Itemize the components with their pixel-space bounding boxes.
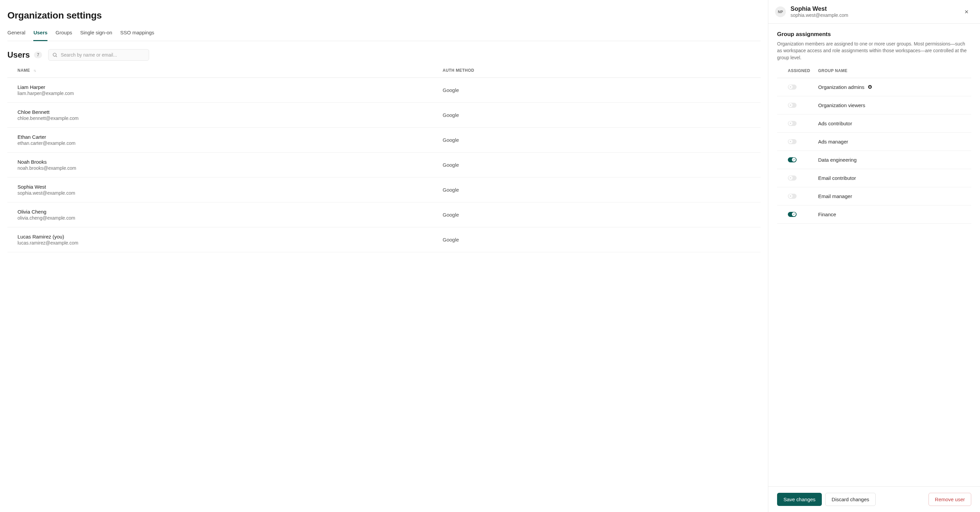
group-name: Ads manager — [818, 139, 971, 145]
assigned-toggle[interactable] — [788, 103, 797, 108]
user-name: Liam Harper — [18, 84, 74, 90]
user-name: Lucas Ramirez (you) — [18, 234, 78, 239]
search-wrap — [48, 49, 149, 61]
svg-point-0 — [53, 53, 56, 56]
col-name-label[interactable]: NAME — [18, 68, 30, 73]
assigned-toggle[interactable] — [788, 139, 797, 144]
group-section-desc: Organization members are assigned to one… — [777, 40, 971, 61]
group-row: Email manager — [777, 187, 971, 206]
user-email: sophia.west@example.com — [18, 190, 75, 196]
user-name: Ethan Carter — [18, 134, 75, 140]
auth-method: Google — [442, 212, 751, 218]
user-name: Olivia Cheng — [18, 209, 75, 215]
tab-groups[interactable]: Groups — [56, 30, 72, 41]
sort-icon[interactable]: ↑↓ — [33, 69, 36, 72]
group-row: Organization admins — [777, 78, 971, 96]
star-icon — [868, 85, 872, 89]
avatar: NP — [775, 6, 786, 17]
group-row: Data engineering — [777, 151, 971, 169]
users-count-badge: 7 — [34, 51, 42, 58]
user-name: Sophia West — [18, 184, 75, 190]
panel-body: Group assignments Organization members a… — [768, 24, 980, 486]
assigned-toggle[interactable] — [788, 194, 797, 199]
assigned-toggle[interactable] — [788, 85, 797, 89]
user-row[interactable]: Olivia Chengolivia.cheng@example.comGoog… — [7, 203, 760, 227]
users-header: Users 7 — [7, 49, 760, 61]
auth-method: Google — [442, 237, 751, 242]
group-section-title: Group assignments — [777, 31, 971, 38]
tab-users[interactable]: Users — [33, 30, 48, 41]
group-name: Organization admins — [818, 84, 971, 90]
user-name: Chloe Bennett — [18, 109, 79, 115]
assigned-toggle[interactable] — [788, 175, 797, 180]
group-row: Ads manager — [777, 133, 971, 151]
assigned-toggle[interactable] — [788, 212, 797, 217]
page-title: Organization settings — [7, 10, 760, 21]
user-email: chloe.bennett@example.com — [18, 116, 79, 121]
users-table-head: NAME ↑↓ AUTH METHOD — [7, 68, 760, 78]
user-row[interactable]: Ethan Carterethan.carter@example.comGoog… — [7, 128, 760, 153]
user-row[interactable]: Chloe Bennettchloe.bennett@example.comGo… — [7, 103, 760, 128]
group-name: Email manager — [818, 193, 971, 199]
group-row: Organization viewers — [777, 96, 971, 115]
group-name: Finance — [818, 212, 971, 217]
users-table-body: Liam Harperliam.harper@example.comGoogle… — [7, 78, 760, 252]
close-button[interactable] — [962, 7, 971, 16]
groups-table-body: Organization adminsOrganization viewersA… — [777, 78, 971, 224]
main-content: Organization settings GeneralUsersGroups… — [0, 0, 768, 512]
group-table-head: ASSIGNED GROUP NAME — [777, 69, 971, 78]
gcol-assigned-label: ASSIGNED — [788, 69, 818, 73]
auth-method: Google — [442, 137, 751, 143]
assigned-toggle[interactable] — [788, 121, 797, 126]
group-row: Finance — [777, 206, 971, 224]
group-name: Email contributor — [818, 175, 971, 181]
group-row: Ads contributor — [777, 115, 971, 133]
group-name: Data engineering — [818, 157, 971, 163]
panel-header: NP Sophia West sophia.west@example.com — [768, 0, 980, 24]
group-name: Ads contributor — [818, 121, 971, 126]
user-row[interactable]: Sophia Westsophia.west@example.comGoogle — [7, 177, 760, 203]
close-icon — [964, 9, 969, 14]
auth-method: Google — [442, 162, 751, 168]
remove-button[interactable]: Remove user — [929, 493, 971, 506]
tab-general[interactable]: General — [7, 30, 25, 41]
panel-user-email: sophia.west@example.com — [791, 13, 848, 18]
user-row[interactable]: Noah Brooksnoah.brooks@example.comGoogle — [7, 153, 760, 177]
search-input[interactable] — [48, 49, 149, 61]
gcol-name-label: GROUP NAME — [818, 69, 971, 73]
discard-button[interactable]: Discard changes — [825, 493, 876, 506]
user-email: ethan.carter@example.com — [18, 140, 75, 146]
user-email: liam.harper@example.com — [18, 91, 74, 96]
auth-method: Google — [442, 112, 751, 118]
tab-sso-mappings[interactable]: SSO mappings — [120, 30, 154, 41]
user-row[interactable]: Liam Harperliam.harper@example.comGoogle — [7, 78, 760, 103]
svg-line-1 — [56, 56, 57, 57]
tab-single-sign-on[interactable]: Single sign-on — [80, 30, 112, 41]
settings-tabs: GeneralUsersGroupsSingle sign-onSSO mapp… — [7, 30, 760, 41]
auth-method: Google — [442, 87, 751, 93]
group-row: Email contributor — [777, 169, 971, 187]
col-auth-label[interactable]: AUTH METHOD — [442, 68, 751, 73]
auth-method: Google — [442, 187, 751, 193]
user-email: olivia.cheng@example.com — [18, 215, 75, 221]
user-name: Noah Brooks — [18, 159, 76, 165]
users-title: Users — [7, 50, 30, 60]
panel-user-name: Sophia West — [791, 5, 848, 13]
search-icon — [52, 52, 57, 57]
user-detail-panel: NP Sophia West sophia.west@example.com G… — [768, 0, 980, 512]
panel-footer: Save changes Discard changes Remove user — [768, 486, 980, 512]
save-button[interactable]: Save changes — [777, 493, 822, 506]
user-email: noah.brooks@example.com — [18, 165, 76, 171]
user-row[interactable]: Lucas Ramirez (you)lucas.ramirez@example… — [7, 227, 760, 252]
group-name: Organization viewers — [818, 102, 971, 108]
assigned-toggle[interactable] — [788, 157, 797, 163]
user-email: lucas.ramirez@example.com — [18, 240, 78, 246]
